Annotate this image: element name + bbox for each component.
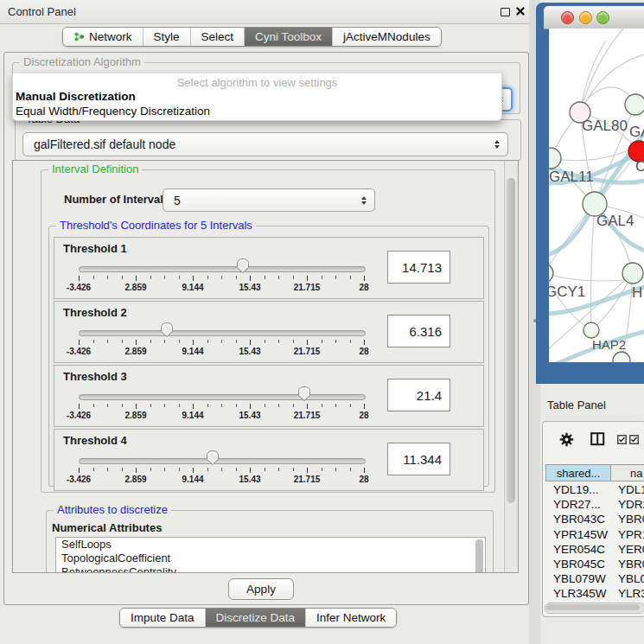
checkbox-icon[interactable] bbox=[629, 435, 639, 444]
close-icon[interactable] bbox=[515, 6, 526, 16]
tick-mark bbox=[221, 276, 222, 279]
tick-mark bbox=[307, 340, 308, 345]
threshold-value-field[interactable]: 21.4 bbox=[387, 379, 450, 411]
numerical-attributes-list[interactable]: SelfLoopsTopologicalCoefficientBetweenne… bbox=[55, 537, 486, 573]
tick-label: 28 bbox=[359, 283, 368, 292]
tick-mark bbox=[207, 468, 208, 471]
table-row[interactable]: YIL052CYIL0 bbox=[545, 602, 644, 603]
network-node-label: C bbox=[635, 158, 644, 175]
table-rows[interactable]: YDL19...YDL1YDR27...YDR2YBR043CYBR0YPR14… bbox=[545, 482, 644, 602]
tick-mark bbox=[207, 340, 208, 343]
list-scrollbar-thumb[interactable] bbox=[475, 539, 483, 573]
table-row[interactable]: YDR27...YDR2 bbox=[545, 497, 644, 512]
tick-label: 28 bbox=[359, 475, 368, 484]
slider-handle[interactable] bbox=[206, 450, 220, 466]
tick-mark bbox=[93, 276, 94, 279]
network-node-gcy1[interactable] bbox=[549, 264, 553, 283]
float-panel-icon[interactable] bbox=[501, 8, 510, 16]
table-panel-title: Table Panel bbox=[547, 399, 606, 411]
tab-network[interactable]: Network bbox=[63, 28, 143, 46]
tick-mark bbox=[150, 276, 151, 279]
tick-mark bbox=[236, 404, 237, 407]
number-of-intervals-combobox[interactable]: 5 bbox=[163, 188, 375, 212]
vertical-scrollbar[interactable] bbox=[504, 161, 518, 572]
network-node-label: GAL11 bbox=[549, 169, 594, 185]
zoom-traffic-light-icon[interactable] bbox=[596, 11, 609, 24]
app-root: { "window": { "title": "Control Panel" }… bbox=[0, 0, 644, 644]
tick-mark bbox=[293, 340, 294, 343]
list-item-betweennesscentrality[interactable]: BetweennessCentrality bbox=[56, 565, 485, 573]
tab-jactivemnodules[interactable]: jActiveMNodules bbox=[333, 28, 441, 46]
network-node-label: H bbox=[632, 284, 642, 301]
tick-label: 2.859 bbox=[124, 475, 146, 484]
network-node-ga[interactable] bbox=[625, 94, 644, 115]
table-cell: YDR27... bbox=[553, 498, 601, 511]
checkbox-icon[interactable] bbox=[617, 435, 627, 444]
vertical-scrollbar-thumb[interactable] bbox=[507, 178, 515, 503]
bottom-tab-impute-data[interactable]: Impute Data bbox=[120, 609, 206, 627]
network-node[interactable] bbox=[613, 352, 630, 362]
tab-select[interactable]: Select bbox=[191, 28, 245, 46]
network-node-gal11[interactable] bbox=[549, 148, 561, 169]
threshold-value-field[interactable]: 6.316 bbox=[387, 315, 450, 348]
network-canvas[interactable]: GAL80GACGAL11GAL4GCY1HHAP2 bbox=[549, 29, 644, 362]
numerical-attributes-label: Numerical Attributes bbox=[52, 521, 162, 534]
apply-button[interactable]: Apply bbox=[228, 578, 294, 600]
table-row[interactable]: YBL079WYBL0 bbox=[545, 571, 644, 586]
list-item-selfloops[interactable]: SelfLoops bbox=[56, 538, 485, 552]
table-row[interactable]: YPR145WYPR1 bbox=[545, 527, 644, 542]
bottom-tab-infer-network[interactable]: Infer Network bbox=[306, 609, 396, 627]
show-columns-icon[interactable] bbox=[590, 432, 605, 446]
minimize-traffic-light-icon[interactable] bbox=[579, 11, 592, 24]
close-traffic-light-icon[interactable] bbox=[561, 11, 574, 24]
tick-mark bbox=[107, 468, 108, 471]
tick-mark bbox=[236, 276, 237, 279]
table-data-combobox[interactable]: galFiltered.sif default node bbox=[22, 132, 508, 156]
tick-mark bbox=[307, 404, 308, 409]
group-title: Threshold's Coordinates for 5 Intervals bbox=[56, 220, 256, 232]
tick-mark bbox=[136, 468, 137, 473]
group-title: Interval Definition bbox=[48, 163, 142, 175]
gear-icon[interactable] bbox=[559, 432, 574, 447]
tick-label: 21.715 bbox=[294, 347, 321, 356]
tick-mark bbox=[278, 404, 279, 407]
table-row[interactable]: YDL19...YDL1 bbox=[545, 482, 644, 497]
bottom-tab-discretize-data[interactable]: Discretize Data bbox=[206, 609, 307, 627]
tick-label: 9.144 bbox=[182, 411, 203, 420]
interval-definition-group: Interval Definition Number of Intervals … bbox=[41, 169, 495, 493]
slider-handle[interactable] bbox=[297, 386, 311, 402]
network-node-label: GCY1 bbox=[549, 284, 585, 300]
slider-handle[interactable] bbox=[236, 258, 250, 274]
column-header-name[interactable]: na bbox=[610, 464, 644, 481]
tick-mark bbox=[136, 340, 137, 345]
tab-style[interactable]: Style bbox=[143, 28, 191, 46]
tick-mark bbox=[79, 404, 80, 409]
tick-mark bbox=[179, 404, 180, 407]
tick-mark bbox=[307, 468, 308, 473]
tick-label: 21.715 bbox=[294, 411, 321, 420]
horizontal-scrollbar[interactable] bbox=[545, 603, 644, 614]
threshold-value-field[interactable]: 11.344 bbox=[387, 443, 450, 475]
slider-handle[interactable] bbox=[160, 322, 174, 338]
tick-label: 28 bbox=[359, 411, 368, 420]
tick-mark bbox=[221, 404, 222, 407]
threshold-list: Threshold 1-3.4262.8599.14415.4321.71528… bbox=[54, 237, 484, 493]
table-cell: YER054C bbox=[553, 543, 605, 556]
table-row[interactable]: YBR043CYBR0 bbox=[545, 512, 644, 526]
network-window-titlebar[interactable] bbox=[544, 6, 644, 29]
popup-item-equal-width-frequency[interactable]: Equal Width/Frequency Discretization bbox=[13, 104, 501, 118]
list-item-topologicalcoefficient[interactable]: TopologicalCoefficient bbox=[56, 552, 485, 565]
network-node-hap2[interactable] bbox=[583, 322, 599, 338]
tick-mark bbox=[79, 468, 80, 473]
network-node-h[interactable] bbox=[622, 263, 643, 284]
table-cell: YDL1 bbox=[618, 483, 644, 496]
table-row[interactable]: YLR345WYLR3 bbox=[545, 586, 644, 601]
popup-item-manual-discretization[interactable]: Manual Discretization bbox=[13, 89, 501, 104]
column-header-shared-name[interactable]: shared... bbox=[545, 464, 611, 481]
tick-mark bbox=[364, 276, 365, 281]
table-row[interactable]: YER054CYER0 bbox=[545, 542, 644, 557]
tab-cyni-toolbox[interactable]: Cyni Toolbox bbox=[245, 28, 333, 46]
table-row[interactable]: YBR045CYBR0 bbox=[545, 557, 644, 571]
horizontal-scrollbar-thumb[interactable] bbox=[546, 604, 640, 610]
threshold-value-field[interactable]: 14.713 bbox=[387, 251, 450, 284]
